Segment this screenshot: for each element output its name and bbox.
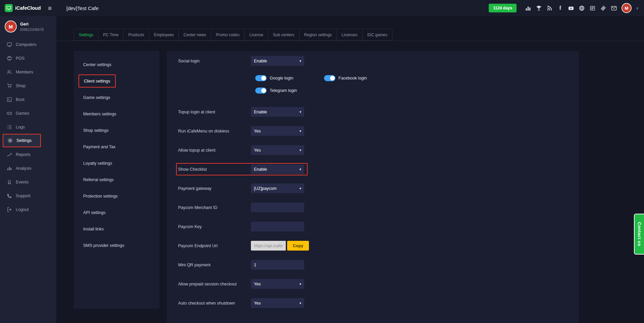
paycom-key-input[interactable] (251, 222, 304, 231)
facebook-login-toggle[interactable] (324, 75, 335, 81)
license-days-badge[interactable]: 1124 days (489, 4, 517, 12)
paycom-endpoint-input[interactable] (251, 241, 286, 251)
tab-center-news[interactable]: Center news (178, 29, 211, 41)
form-row-social-login: Social login Enable ▾ (178, 56, 579, 66)
sidebar-item-label: Analysis (16, 166, 32, 171)
chevron-down-icon: ▾ (300, 129, 301, 133)
cart-icon (7, 83, 12, 89)
google-login-toggle[interactable] (255, 75, 267, 81)
sidebar-item-support[interactable]: Support (0, 189, 56, 203)
settings-nav-install-links[interactable]: Install links (74, 221, 159, 237)
paycom-merchant-id-input[interactable] (251, 203, 304, 212)
icafemenu-diskless-select[interactable]: Yes ▾ (251, 126, 304, 136)
prepaid-checkout-select[interactable]: Yes ▾ (251, 279, 304, 289)
mail-icon[interactable] (611, 5, 617, 11)
settings-nav-members-settings[interactable]: Members settings (74, 106, 159, 122)
facebook-icon[interactable]: f (557, 5, 564, 11)
sidebar-item-label: Reports (16, 152, 31, 157)
sidebar-item-members[interactable]: Members (0, 65, 56, 79)
settings-nav-shop-settings[interactable]: Shop settings (74, 122, 159, 139)
form-row-paycom-merchant-id: Paycom Merchant ID (178, 203, 579, 212)
sidebar-menu: Computers POS Members Shop Boot Games Lo… (0, 38, 56, 216)
sidebar-item-label: Logs (16, 125, 25, 129)
sidebar-item-logs[interactable]: Logs (0, 120, 56, 134)
tab-licenses[interactable]: Licenses (336, 29, 362, 41)
settings-nav-sms-provider-settings[interactable]: SMS provider settings (74, 237, 159, 254)
field-label: Allow topup at client (178, 148, 251, 153)
tab-employees[interactable]: Employees (149, 29, 179, 41)
show-checklist-select[interactable]: Enable ▾ (251, 164, 304, 174)
select-value: Enable (254, 59, 267, 63)
line-chart-icon (7, 152, 12, 157)
chevron-down-icon: ▾ (300, 186, 301, 190)
tab-products[interactable]: Products (123, 29, 149, 41)
sidebar-item-label: Support (16, 194, 31, 198)
trophy-icon[interactable] (536, 5, 542, 11)
settings-nav-center-settings[interactable]: Center settings (74, 56, 159, 73)
tab-settings[interactable]: Settings (74, 29, 98, 41)
app-logo[interactable]: iCafeCloud (5, 4, 41, 12)
sidebar-item-settings[interactable]: Settings (3, 134, 41, 147)
sidebar-item-label: Boot (16, 97, 24, 102)
settings-nav-payment-and-tax[interactable]: Payment and Tax (74, 139, 159, 155)
tab-idc-games[interactable]: IDC games (362, 29, 392, 41)
receipt-icon[interactable] (589, 5, 596, 11)
gear-icon (7, 138, 13, 143)
rss-icon[interactable] (546, 5, 553, 11)
copy-button[interactable]: Copy (287, 241, 309, 251)
chevron-down-icon[interactable]: ∨ (636, 6, 639, 10)
select-value: Enable (254, 110, 267, 114)
sidebar-item-events[interactable]: Events (0, 175, 56, 189)
telegram-login-toggle[interactable] (255, 88, 267, 94)
field-label: Paycom Key (178, 224, 251, 229)
mini-qr-input[interactable] (251, 260, 304, 270)
computers-icon (7, 42, 12, 47)
settings-nav-referral-settings[interactable]: Referral settings (74, 171, 159, 188)
sidebar-item-logout[interactable]: Logout (0, 203, 56, 216)
sidebar-item-games[interactable]: Games (0, 106, 56, 120)
topup-login-select[interactable]: Enable ▾ (251, 107, 304, 117)
tab-promo-codes[interactable]: Promo codes (211, 29, 245, 41)
allow-topup-select[interactable]: Yes ▾ (251, 145, 304, 155)
user-avatar[interactable]: M (622, 3, 632, 13)
social-login-select[interactable]: Enable ▾ (251, 56, 304, 66)
members-icon (7, 69, 12, 75)
sidebar-item-shop[interactable]: Shop (0, 79, 56, 93)
settings-nav-protection-settings[interactable]: Protection settings (74, 188, 159, 204)
hamburger-menu-icon[interactable]: ≡ (48, 5, 52, 11)
settings-nav-api-settings[interactable]: API settings (74, 204, 159, 221)
settings-nav-client-settings[interactable]: Client settings (78, 74, 116, 88)
chevron-down-icon: ▾ (300, 167, 301, 171)
sidebar-item-analysis[interactable]: Analysis (0, 161, 56, 175)
sidebar-item-boot[interactable]: Boot (0, 93, 56, 106)
form-row-allow-topup: Allow topup at client Yes ▾ (178, 145, 579, 155)
form-row-topup-login: Topup login at client Enable ▾ (178, 107, 579, 117)
tab-sub-centers[interactable]: Sub centers (268, 29, 300, 41)
tab-region-settings[interactable]: Region settings (299, 29, 337, 41)
field-label: Paycom Endpoint Url (178, 244, 251, 248)
field-label: Paycom Merchant ID (178, 205, 251, 210)
settings-nav-loyalty-settings[interactable]: Loyalty settings (74, 155, 159, 171)
sidebar-item-pos[interactable]: POS (0, 51, 56, 65)
payment-gateway-select[interactable]: [UZ]paycom ▾ (251, 183, 304, 193)
field-label: Social login (178, 59, 251, 63)
sidebar-item-reports[interactable]: Reports (0, 148, 56, 161)
field-label: Run iCafeMenu on diskless (178, 129, 251, 133)
brand-name: iCafeCloud (15, 5, 41, 11)
tab-license[interactable]: License (244, 29, 268, 41)
blinds-icon[interactable] (600, 5, 606, 11)
tab-pc-time[interactable]: PC Time (98, 29, 123, 41)
poll-icon[interactable] (525, 5, 531, 11)
sidebar-item-label: Games (16, 111, 29, 116)
header-brand-area: iCafeCloud ≡ (0, 4, 56, 12)
auto-checkout-select[interactable]: Yes ▾ (251, 298, 304, 308)
user-name: Geri (20, 22, 44, 26)
bar-chart-icon (7, 166, 12, 171)
chevron-down-icon: ▾ (300, 301, 301, 305)
youtube-icon[interactable] (568, 5, 574, 11)
header-actions: 1124 days f M ∨ (489, 3, 644, 13)
settings-nav-game-settings[interactable]: Game settings (74, 89, 159, 106)
globe-icon[interactable] (579, 5, 585, 11)
contact-us-tab[interactable]: Contact us (634, 214, 644, 255)
sidebar-item-computers[interactable]: Computers (0, 38, 56, 51)
